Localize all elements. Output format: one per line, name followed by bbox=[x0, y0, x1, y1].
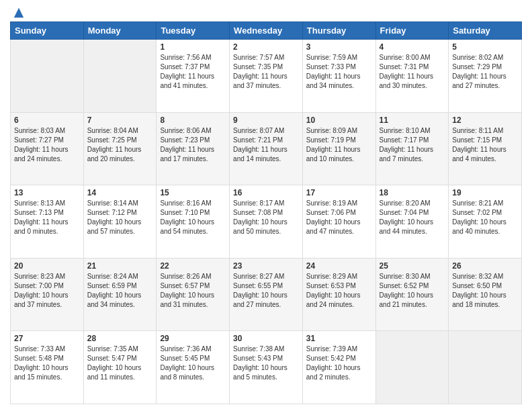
calendar-week-4: 27Sunrise: 7:33 AM Sunset: 5:48 PM Dayli… bbox=[11, 331, 522, 404]
logo-icon bbox=[13, 7, 25, 19]
calendar-cell: 28Sunrise: 7:35 AM Sunset: 5:47 PM Dayli… bbox=[83, 331, 157, 404]
day-number: 9 bbox=[233, 116, 299, 125]
calendar-cell: 21Sunrise: 8:24 AM Sunset: 6:59 PM Dayli… bbox=[83, 258, 157, 331]
calendar-cell: 15Sunrise: 8:16 AM Sunset: 7:10 PM Dayli… bbox=[157, 185, 230, 259]
day-info: Sunrise: 7:38 AM Sunset: 5:43 PM Dayligh… bbox=[233, 345, 299, 382]
day-info: Sunrise: 8:26 AM Sunset: 6:57 PM Dayligh… bbox=[160, 272, 226, 310]
calendar-cell: 14Sunrise: 8:14 AM Sunset: 7:12 PM Dayli… bbox=[83, 185, 157, 259]
page: SundayMondayTuesdayWednesdayThursdayFrid… bbox=[0, 0, 532, 411]
col-header-thursday: Thursday bbox=[302, 22, 375, 40]
calendar-week-1: 6Sunrise: 8:03 AM Sunset: 7:27 PM Daylig… bbox=[11, 112, 522, 185]
day-info: Sunrise: 8:20 AM Sunset: 7:04 PM Dayligh… bbox=[380, 199, 445, 236]
day-number: 22 bbox=[160, 261, 226, 271]
day-number: 12 bbox=[452, 116, 518, 125]
calendar-cell: 4Sunrise: 8:00 AM Sunset: 7:31 PM Daylig… bbox=[375, 40, 449, 113]
calendar-cell: 22Sunrise: 8:26 AM Sunset: 6:57 PM Dayli… bbox=[157, 258, 230, 331]
day-info: Sunrise: 8:32 AM Sunset: 6:50 PM Dayligh… bbox=[452, 272, 518, 310]
day-info: Sunrise: 8:13 AM Sunset: 7:13 PM Dayligh… bbox=[14, 199, 80, 236]
day-number: 20 bbox=[14, 261, 80, 271]
calendar-cell: 12Sunrise: 8:11 AM Sunset: 7:15 PM Dayli… bbox=[449, 112, 522, 185]
header bbox=[10, 7, 522, 16]
day-number: 30 bbox=[233, 334, 299, 343]
calendar-cell: 30Sunrise: 7:38 AM Sunset: 5:43 PM Dayli… bbox=[230, 331, 303, 404]
day-number: 13 bbox=[14, 188, 80, 197]
day-info: Sunrise: 7:35 AM Sunset: 5:47 PM Dayligh… bbox=[87, 345, 153, 382]
calendar-cell: 1Sunrise: 7:56 AM Sunset: 7:37 PM Daylig… bbox=[157, 40, 230, 113]
day-info: Sunrise: 7:56 AM Sunset: 7:37 PM Dayligh… bbox=[160, 53, 226, 91]
calendar-week-0: 1Sunrise: 7:56 AM Sunset: 7:37 PM Daylig… bbox=[11, 40, 522, 113]
day-info: Sunrise: 7:39 AM Sunset: 5:42 PM Dayligh… bbox=[306, 345, 372, 382]
calendar-cell: 8Sunrise: 8:06 AM Sunset: 7:23 PM Daylig… bbox=[157, 112, 230, 185]
logo-text bbox=[10, 7, 25, 19]
col-header-friday: Friday bbox=[375, 22, 449, 40]
day-info: Sunrise: 7:33 AM Sunset: 5:48 PM Dayligh… bbox=[14, 345, 80, 382]
col-header-monday: Monday bbox=[83, 22, 157, 40]
calendar-cell: 18Sunrise: 8:20 AM Sunset: 7:04 PM Dayli… bbox=[375, 185, 449, 259]
day-number: 19 bbox=[452, 188, 518, 197]
logo bbox=[10, 7, 25, 16]
day-info: Sunrise: 8:24 AM Sunset: 6:59 PM Dayligh… bbox=[87, 272, 153, 310]
day-number: 24 bbox=[306, 261, 372, 271]
calendar-cell: 7Sunrise: 8:04 AM Sunset: 7:25 PM Daylig… bbox=[83, 112, 157, 185]
calendar-cell bbox=[375, 331, 449, 404]
calendar-cell bbox=[83, 40, 157, 113]
calendar-header-row: SundayMondayTuesdayWednesdayThursdayFrid… bbox=[11, 22, 522, 40]
day-info: Sunrise: 8:17 AM Sunset: 7:08 PM Dayligh… bbox=[233, 199, 299, 236]
day-number: 25 bbox=[380, 261, 445, 271]
day-number: 16 bbox=[233, 188, 299, 197]
day-info: Sunrise: 8:10 AM Sunset: 7:17 PM Dayligh… bbox=[380, 126, 445, 164]
day-info: Sunrise: 8:04 AM Sunset: 7:25 PM Dayligh… bbox=[87, 126, 153, 164]
calendar-cell: 24Sunrise: 8:29 AM Sunset: 6:53 PM Dayli… bbox=[302, 258, 375, 331]
day-number: 23 bbox=[233, 261, 299, 271]
day-info: Sunrise: 7:59 AM Sunset: 7:33 PM Dayligh… bbox=[306, 53, 372, 91]
day-info: Sunrise: 8:19 AM Sunset: 7:06 PM Dayligh… bbox=[306, 199, 372, 236]
day-number: 26 bbox=[452, 261, 518, 271]
day-info: Sunrise: 8:00 AM Sunset: 7:31 PM Dayligh… bbox=[380, 53, 445, 91]
col-header-tuesday: Tuesday bbox=[157, 22, 230, 40]
calendar-week-2: 13Sunrise: 8:13 AM Sunset: 7:13 PM Dayli… bbox=[11, 185, 522, 259]
day-number: 5 bbox=[452, 42, 518, 52]
calendar-cell: 2Sunrise: 7:57 AM Sunset: 7:35 PM Daylig… bbox=[230, 40, 303, 113]
calendar-cell: 11Sunrise: 8:10 AM Sunset: 7:17 PM Dayli… bbox=[375, 112, 449, 185]
col-header-saturday: Saturday bbox=[449, 22, 522, 40]
day-info: Sunrise: 8:30 AM Sunset: 6:52 PM Dayligh… bbox=[380, 272, 445, 310]
day-info: Sunrise: 8:07 AM Sunset: 7:21 PM Dayligh… bbox=[233, 126, 299, 164]
day-number: 29 bbox=[160, 334, 226, 343]
day-number: 4 bbox=[380, 42, 445, 52]
day-info: Sunrise: 8:02 AM Sunset: 7:29 PM Dayligh… bbox=[452, 53, 518, 91]
day-info: Sunrise: 8:29 AM Sunset: 6:53 PM Dayligh… bbox=[306, 272, 372, 310]
day-info: Sunrise: 8:03 AM Sunset: 7:27 PM Dayligh… bbox=[14, 126, 80, 164]
day-number: 8 bbox=[160, 116, 226, 125]
day-number: 6 bbox=[14, 116, 80, 125]
day-info: Sunrise: 8:16 AM Sunset: 7:10 PM Dayligh… bbox=[160, 199, 226, 236]
day-number: 27 bbox=[14, 334, 80, 343]
day-number: 31 bbox=[306, 334, 372, 343]
calendar-cell: 6Sunrise: 8:03 AM Sunset: 7:27 PM Daylig… bbox=[11, 112, 84, 185]
col-header-sunday: Sunday bbox=[11, 22, 84, 40]
day-number: 11 bbox=[380, 116, 445, 125]
calendar-cell: 19Sunrise: 8:21 AM Sunset: 7:02 PM Dayli… bbox=[449, 185, 522, 259]
calendar-week-3: 20Sunrise: 8:23 AM Sunset: 7:00 PM Dayli… bbox=[11, 258, 522, 331]
calendar-cell: 5Sunrise: 8:02 AM Sunset: 7:29 PM Daylig… bbox=[449, 40, 522, 113]
day-info: Sunrise: 8:06 AM Sunset: 7:23 PM Dayligh… bbox=[160, 126, 226, 164]
day-number: 1 bbox=[160, 42, 226, 52]
day-number: 7 bbox=[87, 116, 153, 125]
calendar-cell: 26Sunrise: 8:32 AM Sunset: 6:50 PM Dayli… bbox=[449, 258, 522, 331]
calendar-cell: 3Sunrise: 7:59 AM Sunset: 7:33 PM Daylig… bbox=[302, 40, 375, 113]
calendar-cell: 27Sunrise: 7:33 AM Sunset: 5:48 PM Dayli… bbox=[11, 331, 84, 404]
calendar-cell: 20Sunrise: 8:23 AM Sunset: 7:00 PM Dayli… bbox=[11, 258, 84, 331]
calendar-cell: 16Sunrise: 8:17 AM Sunset: 7:08 PM Dayli… bbox=[230, 185, 303, 259]
day-number: 28 bbox=[87, 334, 153, 343]
day-info: Sunrise: 8:21 AM Sunset: 7:02 PM Dayligh… bbox=[452, 199, 518, 236]
day-info: Sunrise: 8:27 AM Sunset: 6:55 PM Dayligh… bbox=[233, 272, 299, 310]
calendar-cell: 31Sunrise: 7:39 AM Sunset: 5:42 PM Dayli… bbox=[302, 331, 375, 404]
day-number: 2 bbox=[233, 42, 299, 52]
day-number: 10 bbox=[306, 116, 372, 125]
day-number: 17 bbox=[306, 188, 372, 197]
calendar-table: SundayMondayTuesdayWednesdayThursdayFrid… bbox=[10, 21, 522, 404]
day-info: Sunrise: 7:36 AM Sunset: 5:45 PM Dayligh… bbox=[160, 345, 226, 382]
calendar-cell: 10Sunrise: 8:09 AM Sunset: 7:19 PM Dayli… bbox=[302, 112, 375, 185]
svg-marker-0 bbox=[14, 8, 24, 17]
calendar-cell bbox=[449, 331, 522, 404]
calendar-cell bbox=[11, 40, 84, 113]
